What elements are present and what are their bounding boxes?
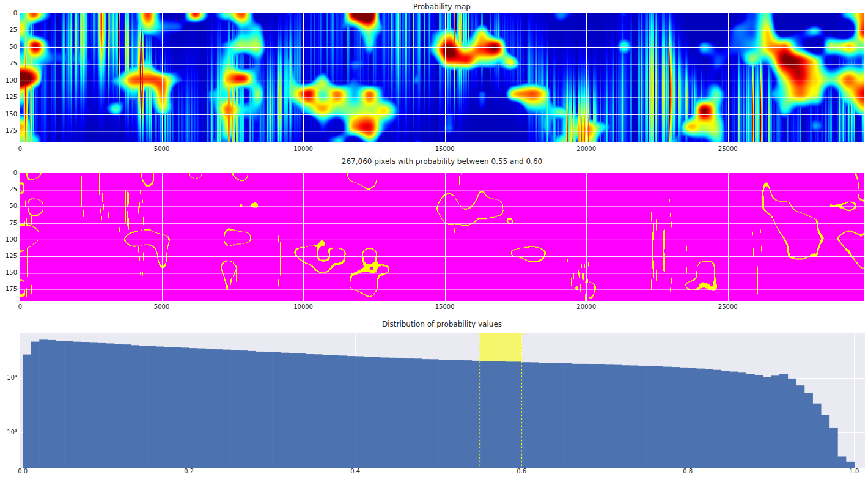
heatmap2-x-tick-label: 0 — [1, 303, 40, 311]
heatmap2-y-tick-label: 100 — [0, 236, 17, 243]
heatmap1-y-tick-label: 150 — [0, 111, 17, 118]
heatmap1-x-tick-label: 5000 — [142, 146, 182, 153]
heatmap1-x-tick-label: 15000 — [425, 146, 465, 153]
heatmap1-y-tick-label: 125 — [0, 94, 17, 101]
heatmap1-y-tick-label: 75 — [0, 60, 17, 67]
band-mask-heatmap — [20, 173, 864, 301]
heatmap1-y-tick-label: 25 — [0, 26, 17, 34]
histogram-x-tick-label: 0.2 — [169, 468, 208, 475]
histogram-x-tick-label: 0.8 — [668, 468, 707, 475]
heatmap2-y-tick-label: 125 — [0, 253, 17, 260]
heatmap2-y-tick-label: 175 — [0, 286, 17, 293]
heatmap2-x-tick-label: 5000 — [142, 303, 182, 311]
heatmap1-x-tick-label: 10000 — [284, 146, 323, 153]
heatmap1-y-tick-label: 50 — [0, 43, 17, 51]
heatmap1-y-tick-label: 175 — [0, 127, 17, 135]
histogram-x-tick-label: 0.0 — [3, 468, 42, 475]
heatmap2-y-tick-label: 50 — [0, 202, 17, 210]
probability-map-heatmap — [20, 13, 864, 142]
heatmap1-x-tick-label: 0 — [1, 146, 40, 153]
heatmap2-y-tick-label: 150 — [0, 269, 17, 276]
histogram-y-tick-label: 10³ — [0, 429, 17, 436]
heatmap1-y-tick-label: 0 — [0, 10, 17, 17]
heatmap1-x-tick-label: 20000 — [567, 146, 606, 153]
heatmap2-y-tick-label: 0 — [0, 169, 17, 177]
histogram-title: Distribution of probability values — [20, 320, 864, 328]
figure: Probability map 267,060 pixels with prob… — [0, 0, 868, 477]
histogram-x-tick-label: 1.0 — [834, 468, 868, 475]
band-mask-title: 267,060 pixels with probability between … — [20, 157, 864, 166]
histogram-x-tick-label: 0.4 — [336, 468, 375, 475]
heatmap2-y-tick-label: 25 — [0, 186, 17, 193]
heatmap2-x-tick-label: 25000 — [708, 303, 748, 311]
heatmap2-y-tick-label: 75 — [0, 220, 17, 227]
histogram-y-tick-label: 10⁴ — [0, 374, 17, 382]
heatmap1-x-tick-label: 25000 — [708, 146, 748, 153]
heatmap2-x-tick-label: 20000 — [567, 303, 606, 311]
probability-map-title: Probability map — [20, 2, 864, 11]
histogram-bars — [20, 333, 865, 468]
heatmap1-y-tick-label: 100 — [0, 77, 17, 84]
heatmap2-x-tick-label: 10000 — [284, 303, 323, 311]
heatmap2-x-tick-label: 15000 — [425, 303, 465, 311]
histogram-x-tick-label: 0.6 — [502, 468, 541, 475]
